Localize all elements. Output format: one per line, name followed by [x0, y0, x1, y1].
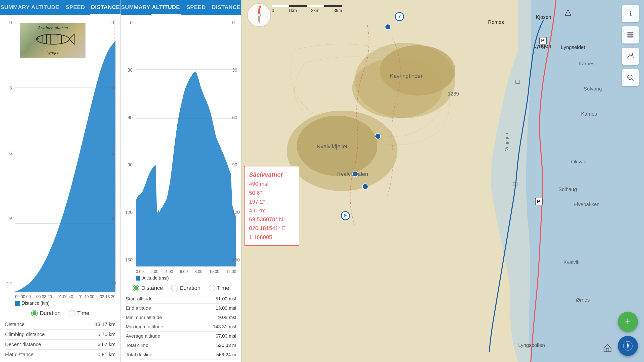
svg-text:Kjosen: Kjosen [536, 14, 551, 20]
svg-point-24 [352, 58, 443, 118]
svg-text:Lyngseidet: Lyngseidet [561, 44, 585, 50]
svg-point-69 [627, 345, 629, 347]
radio-duration-circle[interactable] [31, 310, 38, 316]
navigation-button[interactable] [618, 336, 638, 356]
stat-climbing: Climbing distance 5.70 km [5, 330, 115, 340]
legend-box-mid [136, 276, 140, 281]
popup-angle2: 197.2° [249, 197, 294, 206]
tab-distance-left[interactable]: DISTANCE [90, 0, 120, 15]
svg-text:1289: 1289 [448, 91, 459, 97]
svg-marker-70 [604, 345, 611, 352]
tab-speed-mid[interactable]: SPEED [181, 0, 211, 15]
svg-text:Ørnes: Ørnes [576, 297, 590, 303]
y-axis-labels-mid-left: 150 120 90 60 30 0 [121, 20, 135, 263]
svg-text:P: P [541, 38, 544, 43]
radio-time-circle[interactable] [69, 310, 75, 316]
route-dot-1 [385, 24, 391, 30]
svg-text:Solvang: Solvang [584, 86, 602, 92]
svg-point-0 [36, 34, 69, 44]
tab-altitude-mid[interactable]: ALTITUDE [151, 0, 181, 15]
chart-legend-mid: Altitude (msl) [121, 274, 241, 282]
svg-text:Karnes: Karnes [581, 111, 597, 117]
tab-speed-left[interactable]: SPEED [60, 0, 91, 15]
svg-text:Kvalvikfjellet: Kvalvikfjellet [317, 143, 347, 150]
svg-rect-61 [627, 36, 633, 37]
popup-scale: 1:168005 [249, 233, 294, 242]
popup-distance: 4.6 km [249, 206, 294, 215]
popup-coord2: 020.181541° E [249, 224, 294, 233]
radio-time-mid-circle[interactable] [209, 285, 215, 291]
home-icon[interactable] [601, 342, 614, 354]
popup-coord1: 69.536078° N [249, 215, 294, 224]
radio-time-mid[interactable]: Time [209, 285, 229, 291]
route-dot-2 [375, 133, 381, 139]
y-axis-labels-right-left: 12 9 6 3 0 [110, 20, 120, 287]
popup-angle1: 50.6° [249, 189, 294, 197]
svg-text:Oksvik: Oksvik [571, 159, 586, 164]
waypoint-7: 7 [395, 12, 404, 21]
tab-summary-left[interactable]: SUMMARY [0, 0, 30, 15]
svg-line-63 [631, 79, 633, 81]
radio-duration-mid-circle[interactable] [171, 285, 178, 291]
stat-decent: Decent distance 6.67 km [5, 340, 115, 350]
svg-rect-60 [627, 34, 633, 35]
svg-text:N: N [258, 5, 261, 9]
svg-rect-71 [606, 349, 609, 352]
y-axis-labels-mid-right: 150 120 90 60 30 0 [231, 20, 241, 263]
stat-avg-alt: Average altitude 67.00 msl [126, 332, 236, 341]
elevation-button[interactable] [622, 48, 639, 65]
info-popup: Såelvvatnet 490 msl 50.6° 197.2° 4.6 km … [244, 166, 299, 246]
distance-chart-area: Arktinen pilgrim Lyngen 12 [0, 15, 120, 294]
layers-button[interactable] [622, 26, 639, 43]
stat-total-climb: Total climb 530.83 m [126, 341, 236, 350]
radio-duration-left[interactable]: Duration [31, 310, 61, 316]
waypoint-9: 9 [341, 211, 350, 220]
radio-duration-mid[interactable]: Duration [171, 285, 200, 291]
altitude-chart-svg [136, 20, 236, 266]
radio-row-left: Duration Time [0, 307, 120, 319]
x-axis-labels-mid: 0.00 2.00 4.00 6.00 8.00 10.00 12.00 [121, 269, 241, 274]
radio-row-mid: Distance Duration Time [121, 282, 241, 293]
y-axis-labels-left: 12 9 6 3 0 [0, 20, 14, 287]
stat-total-decline: Total decline 569.24 m [126, 350, 236, 359]
altitude-chart-area: 150 120 90 60 30 0 150 120 90 60 30 0 [121, 15, 241, 269]
legend-box-left [15, 301, 20, 306]
radio-distance-circle[interactable] [133, 285, 139, 291]
distance-chart-svg [15, 20, 115, 292]
svg-text:Karnes: Karnes [579, 61, 594, 66]
terrain-map: Lyngen Lyngseidet Romes Kjosen Karnes Ka… [242, 0, 644, 362]
map-scale: 0 1km 2km 3km [272, 5, 342, 13]
route-dot-4 [362, 184, 368, 190]
stat-min-alt: Minimum altitude 9.05 msl [126, 313, 236, 322]
tab-altitude-left[interactable]: ALTITUDE [30, 0, 60, 15]
svg-text:Lyngspollen: Lyngspollen [518, 342, 545, 348]
stat-flat: Flat distance 0.81 km [5, 350, 115, 359]
stat-distance: Distance 13.17 km [5, 320, 115, 330]
tab-distance-mid[interactable]: DISTANCE [211, 0, 241, 15]
svg-point-57 [258, 14, 261, 17]
chart-legend-left: Distance (km) [0, 299, 120, 307]
stat-start-alt: Start altitude 51.00 msl [126, 294, 236, 304]
left-panel: SUMMARY ALTITUDE SPEED DISTANCE Arktinen… [0, 0, 121, 362]
search-button[interactable] [622, 69, 639, 86]
compass: N [247, 3, 272, 28]
popup-name: Såelvvatnet [249, 170, 294, 179]
svg-text:Elvebakken: Elvebakken [574, 202, 599, 207]
svg-text:Solhaug: Solhaug [558, 187, 577, 192]
stat-max-alt: Maximum altitude 143.31 msl [126, 322, 236, 332]
middle-tab-bar: SUMMARY ALTITUDE SPEED DISTANCE [121, 0, 241, 15]
add-fab-button[interactable]: + [618, 312, 638, 332]
left-tab-bar: SUMMARY ALTITUDE SPEED DISTANCE [0, 0, 120, 15]
svg-text:P: P [537, 199, 540, 204]
x-axis-labels-left: 00:00:00 00:33:20 01:06:40 01:40:00 02:1… [0, 294, 120, 299]
stat-end-alt: End altitude 13.00 msl [126, 304, 236, 313]
radio-distance-mid[interactable]: Distance [133, 285, 163, 291]
svg-text:Romes: Romes [488, 19, 504, 25]
svg-text:Kvalvik: Kvalvik [564, 259, 580, 265]
radio-time-left[interactable]: Time [69, 310, 89, 316]
tab-summary-mid[interactable]: SUMMARY [121, 0, 151, 15]
map-container[interactable]: Lyngen Lyngseidet Romes Kjosen Karnes Ka… [242, 0, 644, 362]
middle-panel: SUMMARY ALTITUDE SPEED DISTANCE 150 120 … [121, 0, 242, 362]
info-button[interactable]: ℹ [622, 5, 639, 22]
map-panel: Lyngen Lyngseidet Romes Kjosen Karnes Ka… [242, 0, 644, 362]
